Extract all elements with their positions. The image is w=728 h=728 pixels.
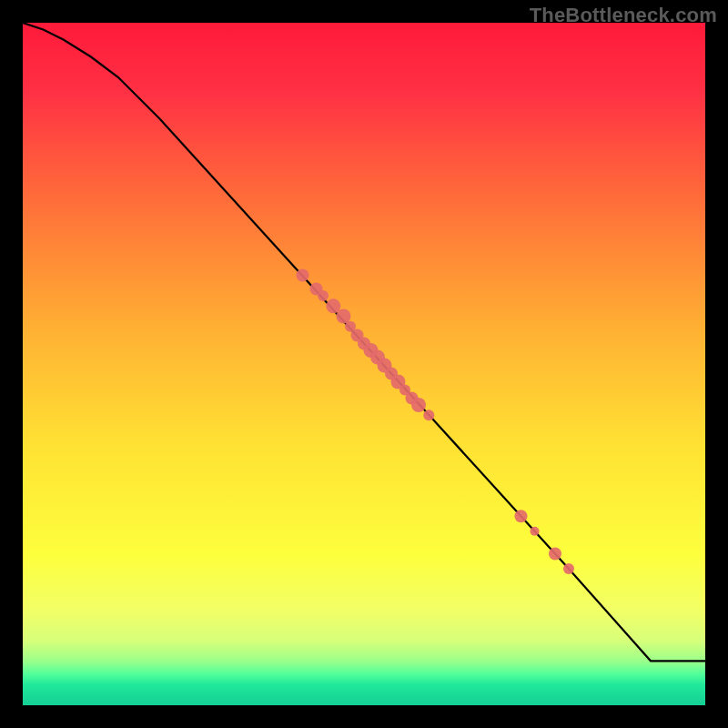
data-point [531,527,540,536]
data-point [297,269,309,282]
chart-svg [23,23,705,705]
data-point [411,398,426,412]
data-point [515,510,528,522]
data-point [563,563,574,574]
plot-area [23,23,705,705]
data-point [318,290,329,301]
data-point [549,548,561,561]
gradient-background [23,23,705,705]
chart-stage: TheBottleneck.com [0,0,728,728]
data-point [423,410,434,420]
